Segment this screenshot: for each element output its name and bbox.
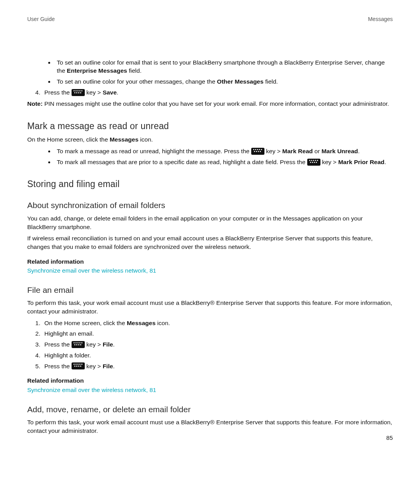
section-heading-storing-email: Storing and filing email — [27, 178, 393, 190]
bullet-list: To mark a message as read or unread, hig… — [27, 147, 393, 166]
paragraph: To perform this task, your work email ac… — [27, 299, 393, 315]
menu-key-icon — [72, 362, 85, 369]
header-right: Messages — [368, 16, 393, 23]
subsection-heading-add-move-folder: Add, move, rename, or delete an email fo… — [27, 404, 393, 415]
step-item: Highlight an email. — [42, 329, 393, 338]
paragraph: You can add, change, or delete email fol… — [27, 214, 393, 231]
page-number: 85 — [386, 434, 393, 442]
list-item: To set an outline color for email that i… — [54, 58, 393, 75]
related-information-heading: Related information — [27, 257, 393, 266]
list-item: To set an outline color for your other m… — [54, 77, 393, 86]
step-item: Highlight a folder. — [42, 351, 393, 360]
intro-bullet-list: To set an outline color for email that i… — [27, 58, 393, 86]
step-item: On the Home screen, click the Messages i… — [42, 319, 393, 327]
related-link-sync-email[interactable]: Synchronize email over the wireless netw… — [27, 386, 393, 394]
paragraph: If wireless email reconciliation is turn… — [27, 234, 393, 251]
page-header: User Guide Messages — [27, 16, 393, 23]
subsection-heading-file-email: File an email — [27, 284, 393, 296]
paragraph: On the Home screen, click the Messages i… — [27, 135, 393, 144]
menu-key-icon — [72, 89, 85, 96]
step-list-continued: Press the key > Save. — [27, 88, 393, 97]
section-heading-mark-message: Mark a message as read or unread — [27, 120, 393, 132]
related-information-heading: Related information — [27, 376, 393, 385]
step-item: Press the key > Save. — [42, 88, 393, 97]
menu-key-icon — [251, 148, 264, 155]
menu-key-icon — [307, 159, 320, 166]
list-item: To mark all messages that are prior to a… — [54, 158, 393, 166]
paragraph: To perform this task, your work email ac… — [27, 418, 393, 435]
step-item: Press the key > File. — [42, 340, 393, 349]
subsection-heading-about-sync: About synchronization of email folders — [27, 200, 393, 211]
note-paragraph: Note: PIN messages might use the outline… — [27, 100, 393, 108]
list-item: To mark a message as read or unread, hig… — [54, 147, 393, 156]
menu-key-icon — [72, 341, 85, 348]
related-link-sync-email[interactable]: Synchronize email over the wireless netw… — [27, 266, 393, 275]
step-list: On the Home screen, click the Messages i… — [27, 319, 393, 370]
step-item: Press the key > File. — [42, 362, 393, 371]
header-left: User Guide — [27, 16, 55, 23]
